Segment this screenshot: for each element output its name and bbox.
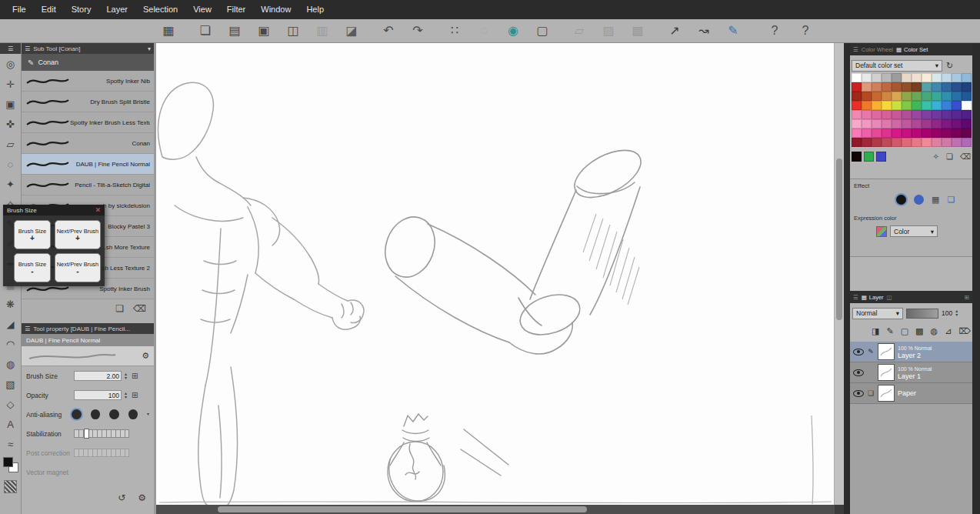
color-swatch[interactable] — [922, 101, 932, 110]
color-swatch[interactable] — [912, 138, 922, 147]
color-swatch[interactable] — [872, 110, 882, 119]
opacity-stepper[interactable]: ▴▾ — [125, 392, 127, 399]
tab-layer[interactable]: ▦ Layer — [862, 294, 884, 301]
brush-size-unit-icon[interactable]: ⊞ — [132, 372, 138, 380]
fill-tool-icon[interactable]: ◍ — [0, 354, 21, 374]
color-swatch[interactable] — [962, 138, 972, 147]
color-swatch[interactable] — [942, 82, 952, 92]
menu-item[interactable]: Filter — [219, 0, 253, 19]
color-swatch[interactable] — [932, 101, 942, 110]
layer-thumbnail[interactable] — [878, 385, 895, 402]
expression-color-blue-radio[interactable] — [914, 195, 924, 205]
fill-selection-icon[interactable]: ◉ — [505, 25, 522, 37]
color-swatch[interactable] — [862, 119, 872, 128]
brush-shortcut-button[interactable]: Next/Prev Brush+ — [55, 220, 101, 249]
color-swatch[interactable] — [902, 92, 912, 101]
perspective-ruler-icon[interactable]: ↗ — [666, 25, 683, 37]
color-set-dropdown[interactable]: Default color set ▾ — [852, 60, 942, 72]
draft-layer-icon[interactable]: ✎ — [886, 326, 893, 336]
brush-shortcut-button[interactable]: Brush Size- — [14, 253, 51, 282]
support-icon[interactable]: ? — [797, 25, 814, 37]
color-swatch[interactable] — [882, 73, 892, 82]
subtool-item[interactable]: Conan — [22, 133, 154, 154]
panel-options-icon[interactable]: ⊞ — [965, 294, 969, 301]
expression-color-dropdown[interactable]: Color ▾ — [890, 225, 938, 237]
open-file-icon[interactable]: ▤ — [226, 25, 243, 37]
help-icon[interactable]: ? — [766, 25, 783, 37]
zoom-tool-icon[interactable]: ◎ — [0, 54, 21, 74]
color-swatch[interactable] — [952, 119, 962, 128]
brush-size-stepper[interactable]: ▴▾ — [125, 372, 127, 380]
color-swatch[interactable] — [852, 128, 862, 138]
panel-menu-icon[interactable]: ☰ — [25, 325, 30, 332]
panel-menu-icon[interactable]: ☰ — [25, 45, 30, 52]
color-swatch[interactable] — [892, 128, 902, 138]
layer-row[interactable]: 100 % Normal Layer 1 — [850, 362, 972, 383]
lock-alpha-icon[interactable]: ▩ — [915, 326, 923, 336]
color-swatch[interactable] — [882, 128, 892, 138]
color-swatch[interactable] — [952, 128, 962, 138]
lock-layer-icon[interactable]: ▢ — [901, 326, 908, 336]
menu-item[interactable]: Help — [298, 0, 332, 19]
menu-item[interactable]: Layer — [98, 0, 135, 19]
color-swatch[interactable] — [852, 101, 862, 110]
menu-item[interactable]: Window — [253, 0, 298, 19]
color-swatch[interactable] — [962, 128, 972, 138]
color-swatch[interactable] — [902, 73, 912, 82]
color-swatch[interactable] — [962, 110, 972, 119]
print-icon[interactable]: ▥ — [314, 25, 331, 37]
color-swatch[interactable] — [872, 82, 882, 92]
color-swatch[interactable] — [852, 92, 862, 101]
color-swatch[interactable] — [892, 82, 902, 92]
layer-visibility-eye-icon[interactable] — [853, 369, 864, 376]
subtool-item[interactable]: Spotty Inker Brush Less Texture — [22, 112, 154, 133]
gradient-tool-icon[interactable]: ▧ — [0, 374, 21, 394]
color-swatch[interactable] — [862, 138, 872, 147]
canvas-horizontal-scrollbar[interactable] — [156, 505, 835, 514]
layer-move-tool-icon[interactable]: ✜ — [0, 114, 21, 134]
color-swatch[interactable] — [872, 92, 882, 101]
color-swatch[interactable] — [922, 73, 932, 82]
blend-tool-icon[interactable]: ◠ — [0, 334, 21, 354]
tab-color-set[interactable]: ▦ Color Set — [896, 46, 928, 53]
expression-color-black-radio[interactable] — [896, 195, 906, 205]
color-swatch[interactable] — [962, 101, 972, 110]
layer-visibility-eye-icon[interactable] — [853, 390, 864, 397]
color-swatch[interactable] — [942, 119, 952, 128]
correct-line-tool-icon[interactable]: ≈ — [0, 434, 21, 454]
transform-icon[interactable]: ∷ — [446, 25, 463, 37]
opacity-unit-icon[interactable]: ⊞ — [132, 391, 138, 399]
opacity-slider[interactable]: 100 — [74, 390, 122, 400]
color-swatch[interactable] — [882, 138, 892, 147]
menu-item[interactable]: View — [185, 0, 219, 19]
color-swatch[interactable] — [952, 82, 962, 92]
copy-subtool-icon[interactable]: ❏ — [115, 303, 124, 314]
color-swatch[interactable] — [922, 138, 932, 147]
color-swatch[interactable] — [882, 119, 892, 128]
color-swatch[interactable] — [852, 73, 862, 82]
color-swatch[interactable] — [892, 92, 902, 101]
menu-item[interactable]: Story — [64, 0, 99, 19]
layer-visibility-eye-icon[interactable] — [853, 349, 864, 355]
color-swatch[interactable] — [942, 73, 952, 82]
lasso-tool-icon[interactable]: ◌ — [0, 154, 21, 174]
color-swatch[interactable] — [902, 119, 912, 128]
correct-line-icon[interactable]: ✎ — [725, 25, 742, 37]
color-swatch[interactable] — [852, 119, 862, 128]
color-swatch[interactable] — [902, 138, 912, 147]
color-swatch[interactable] — [922, 92, 932, 101]
color-swatch[interactable] — [892, 101, 902, 110]
color-swatch[interactable] — [922, 128, 932, 138]
move-tool-icon[interactable]: ✛ — [0, 74, 21, 94]
anti-aliasing-strong-button[interactable] — [128, 409, 138, 419]
subtool-group-tab[interactable]: ✎ Conan — [22, 54, 154, 71]
wand-tool-icon[interactable]: ✦ — [0, 174, 21, 194]
snap-to-ruler-icon[interactable]: ▱ — [571, 25, 588, 37]
color-swatch[interactable] — [862, 101, 872, 110]
color-swatch[interactable] — [902, 110, 912, 119]
refresh-color-set-icon[interactable]: ↻ — [946, 61, 953, 71]
layer-thumbnail[interactable] — [878, 343, 895, 360]
canvas-vertical-scrollbar[interactable] — [835, 43, 844, 505]
close-icon[interactable]: ✕ — [95, 206, 101, 214]
color-swatch[interactable] — [952, 73, 962, 82]
